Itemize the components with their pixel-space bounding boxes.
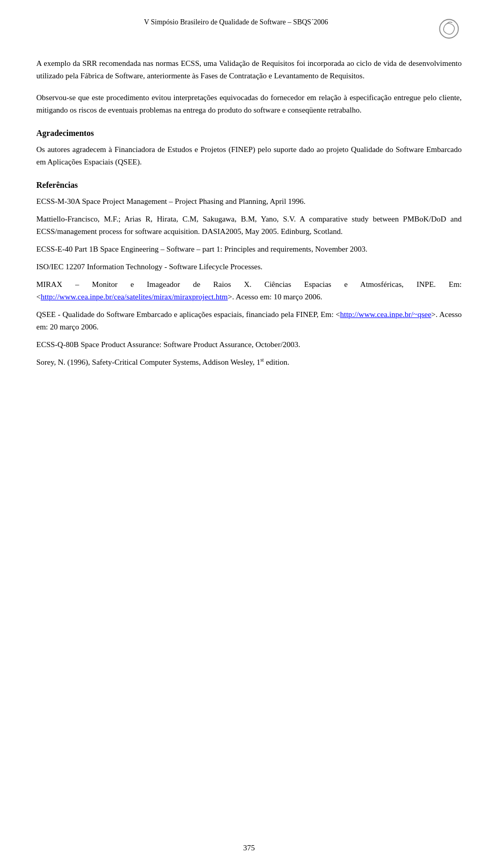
ref8-sup: st — [260, 357, 264, 363]
ref8-text-before: Sorey, N. (1996), Safety-Critical Comput… — [36, 358, 260, 366]
page-footer: 375 — [0, 844, 498, 852]
main-content: A exemplo da SRR recomendada nas normas … — [36, 57, 462, 368]
ref1-text: ECSS-M-30A Space Project Management – Pr… — [36, 197, 306, 205]
ref8-text-after: edition. — [264, 358, 289, 366]
ref3-text: ECSS-E-40 Part 1B Space Engineering – So… — [36, 245, 367, 253]
logo-icon — [437, 17, 461, 40]
reference-entry-4: ISO/IEC 12207 Information Technology - S… — [36, 260, 462, 273]
page-header: V Simpósio Brasileiro de Qualidade de So… — [36, 16, 462, 42]
ref6-link[interactable]: http://www.cea.inpe.br/~qsee — [340, 310, 431, 319]
page-number: 375 — [243, 844, 255, 852]
header-title: V Simpósio Brasileiro de Qualidade de So… — [36, 16, 436, 26]
ref5-text-after: >. Acesso em: 10 março 2006. — [228, 293, 322, 301]
ref5-link[interactable]: http://www.cea.inpe.br/cea/satelites/mir… — [40, 293, 228, 301]
intro-paragraph: A exemplo da SRR recomendada nas normas … — [36, 57, 462, 82]
referencias-section: Referências ECSS-M-30A Space Project Man… — [36, 181, 462, 368]
page: V Simpósio Brasileiro de Qualidade de So… — [0, 0, 498, 868]
reference-entry-2: Mattiello-Francisco, M.F.; Arias R, Hira… — [36, 213, 462, 238]
reference-entry-7: ECSS-Q-80B Space Product Assurance: Soft… — [36, 338, 462, 351]
referencias-heading: Referências — [36, 181, 462, 190]
observou-paragraph: Observou-se que este procedimento evitou… — [36, 91, 462, 116]
ref6-text-before: QSEE - Qualidade do Software Embarcado e… — [36, 310, 340, 319]
agradecimentos-section: Agradecimentos Os autores agradecem à Fi… — [36, 129, 462, 168]
ref2-text: Mattiello-Francisco, M.F.; Arias R, Hira… — [36, 215, 462, 236]
reference-entry-6: QSEE - Qualidade do Software Embarcado e… — [36, 308, 462, 333]
reference-entry-5: MIRAX – Monitor e Imageador de Raios X. … — [36, 278, 462, 303]
ref7-text: ECSS-Q-80B Space Product Assurance: Soft… — [36, 340, 300, 349]
ref4-text: ISO/IEC 12207 Information Technology - S… — [36, 263, 262, 271]
reference-entry-1: ECSS-M-30A Space Project Management – Pr… — [36, 195, 462, 208]
logo-area — [436, 16, 462, 42]
agradecimentos-heading: Agradecimentos — [36, 129, 462, 138]
reference-entry-8: Sorey, N. (1996), Safety-Critical Comput… — [36, 356, 462, 368]
agradecimentos-text: Os autores agradecem à Financiadora de E… — [36, 143, 462, 168]
reference-entry-3: ECSS-E-40 Part 1B Space Engineering – So… — [36, 243, 462, 255]
